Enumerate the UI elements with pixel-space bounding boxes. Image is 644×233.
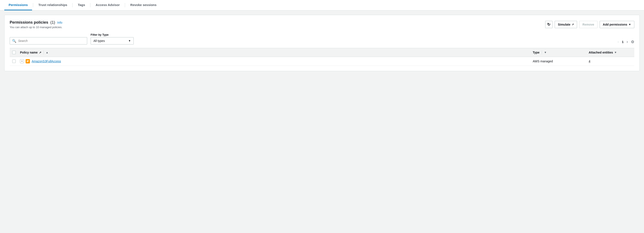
filter-row: 🔍 Filter by Type All types ▼ ‹ 1 › ⚙ [10,33,634,44]
table-header: Policy name ↗ ▲ Type ▼ Attached entities… [10,48,634,57]
col-divider-2 [542,50,542,55]
remove-button[interactable]: Remove [579,21,597,28]
attached-entities-sort-desc-icon[interactable]: ▼ [614,51,617,54]
simulate-button[interactable]: Simulate ↗ [555,21,577,28]
th-attached-entities: Attached entities ▼ [589,50,632,55]
remove-label: Remove [582,23,594,26]
search-icon: 🔍 [12,39,16,43]
td-policy-name: + AmazonS3FullAccess [20,59,533,63]
table-row: + AmazonS3FullAccess AWS managed [10,57,634,66]
external-link-icon: ↗ [572,23,574,26]
permissions-policies-title: Permissions policies [10,20,48,25]
policies-count: (1) [50,20,55,25]
tab-permissions[interactable]: Permissions [4,0,32,10]
header-actions: ↻ Simulate ↗ Remove Add permissions ▼ [545,21,634,28]
tab-divider-1 [33,3,33,7]
current-page: 1 [622,40,624,44]
table-container: Policy name ↗ ▲ Type ▼ Attached entities… [10,48,634,66]
selected-type-text: All types [94,39,105,42]
filter-type-label: Filter by Type [90,33,134,36]
external-link-icon: ↗ [39,51,41,54]
expand-row-icon[interactable]: + [20,59,24,63]
td-type: AWS managed [533,59,589,63]
header-title: Permissions policies (1) Info [10,20,62,25]
header-subtitle: You can attach up to 10 managed policies… [10,25,62,29]
tab-trust-relationships[interactable]: Trust relationships [34,0,72,10]
table-settings-icon[interactable]: ⚙ [631,39,634,44]
page-container: Permissions Trust relationships Tags Acc… [0,0,644,233]
policy-name-col-label: Policy name [20,51,38,54]
tab-tags[interactable]: Tags [74,0,89,10]
svg-rect-2 [27,61,29,61]
policy-type-text: AWS managed [533,59,553,63]
prev-page-button[interactable]: ‹ [616,39,620,44]
tab-revoke-sessions[interactable]: Revoke sessions [126,0,161,10]
policy-type-icon [26,59,30,63]
svg-rect-3 [27,62,28,62]
search-input[interactable] [18,39,85,42]
tab-access-advisor[interactable]: Access Advisor [91,0,124,10]
row-checkbox[interactable] [12,59,16,63]
td-attached-entities: 4 [589,59,632,63]
svg-rect-1 [27,60,29,61]
info-link[interactable]: Info [57,21,62,24]
header-left: Permissions policies (1) Info You can at… [10,20,62,29]
search-container[interactable]: 🔍 [10,37,87,44]
simulate-label: Simulate [558,23,570,26]
header-row: Permissions policies (1) Info You can at… [10,20,634,29]
tab-divider-2 [72,3,72,7]
th-policy-name: Policy name ↗ ▲ [20,50,533,55]
pagination-container: ‹ 1 › ⚙ [616,39,634,44]
tab-divider-3 [90,3,90,7]
type-filter-select[interactable]: All types ▼ [90,37,134,44]
filter-type-group: Filter by Type All types ▼ [90,33,134,44]
th-type: Type ▼ [533,50,589,55]
tabs-container: Permissions Trust relationships Tags Acc… [0,0,644,10]
add-permissions-button[interactable]: Add permissions ▼ [600,21,634,28]
type-sort-desc-icon[interactable]: ▼ [544,51,547,54]
attached-entities-count[interactable]: 4 [589,59,590,63]
td-checkbox [12,59,20,63]
policy-name-sort-asc-icon[interactable]: ▲ [46,51,48,54]
tab-divider-4 [125,3,125,7]
th-checkbox [12,50,20,55]
dropdown-arrow-icon: ▼ [628,23,631,26]
policy-name-link[interactable]: AmazonS3FullAccess [32,59,61,63]
attached-entities-col-label: Attached entities [589,51,613,54]
col-divider-1 [44,50,44,55]
filter-left: 🔍 Filter by Type All types ▼ [10,33,134,44]
refresh-button[interactable]: ↻ [545,21,552,28]
type-col-label: Type [533,51,540,54]
content-card: Permissions policies (1) Info You can at… [4,15,640,71]
select-all-checkbox[interactable] [12,51,16,54]
select-dropdown-arrow-icon: ▼ [128,39,131,42]
add-permissions-label: Add permissions [603,23,628,26]
next-page-button[interactable]: › [625,39,629,44]
refresh-icon: ↻ [547,22,550,27]
